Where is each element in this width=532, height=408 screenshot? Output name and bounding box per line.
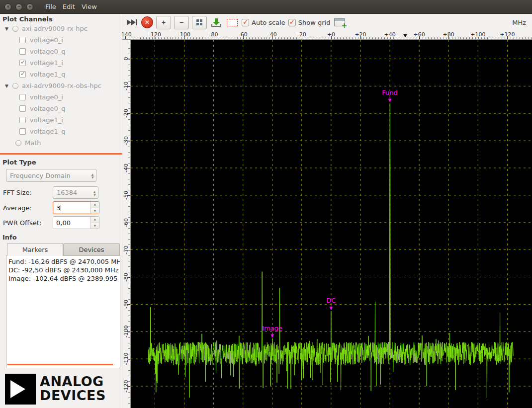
minimize-window-button[interactable] <box>15 3 22 10</box>
tree-row-voltage0_i[interactable]: voltage0_i <box>0 91 122 103</box>
x-tick-mark <box>155 36 155 39</box>
show-grid-label: Show grid <box>298 19 331 26</box>
fft-size-label: FFT Size: <box>3 189 32 196</box>
tree-row-voltage1_i[interactable]: voltage1_i <box>0 114 122 126</box>
x-tick-mark <box>184 36 185 39</box>
sidebar: Plot Channels axi-adrv9009-rx-hpcvoltage… <box>0 14 122 408</box>
y-tick-mark <box>127 359 130 359</box>
tree-label: voltage1_i <box>30 59 63 67</box>
pwr-offset-spinbox[interactable]: 0,00 <box>53 216 99 229</box>
device-radio[interactable] <box>12 26 18 32</box>
marker-label: DC <box>326 297 336 304</box>
info-heading: Info <box>2 234 17 241</box>
y-tick-mark <box>127 331 130 332</box>
window-titlebar: File Edit View <box>0 0 532 14</box>
math-radio[interactable] <box>15 140 21 146</box>
x-tick-mark <box>390 36 390 39</box>
tree-row-voltage1_q[interactable]: voltage1_q <box>0 126 122 137</box>
x-tick-mark <box>360 36 361 39</box>
x-tick-mark <box>448 36 449 39</box>
zoom-out-button[interactable]: − <box>174 16 189 29</box>
horizontal-scrollbar[interactable] <box>7 364 113 365</box>
y-tick-mark <box>127 250 130 250</box>
tree-row-voltage0_i[interactable]: voltage0_i <box>0 34 122 46</box>
tree-row-voltage0_q[interactable]: voltage0_q <box>0 46 122 57</box>
tree-label: voltage0_i <box>30 36 63 44</box>
tree-row-axi-adrv9009-rx-obs-hpc[interactable]: axi-adrv9009-rx-obs-hpc <box>0 80 122 91</box>
spectrum-plot[interactable]: ImageDCFund <box>131 40 532 408</box>
spin-down-icon[interactable] <box>91 223 99 229</box>
menu-edit[interactable]: Edit <box>63 3 75 10</box>
pwr-offset-value: 0,00 <box>56 219 71 227</box>
channel-checkbox[interactable] <box>19 60 26 66</box>
plot-type-value: Frequency Domain <box>10 172 71 179</box>
spin-up-icon[interactable] <box>91 217 99 223</box>
tree-label: voltage0_q <box>30 48 66 55</box>
pwr-offset-label: PWR Offset: <box>3 219 41 227</box>
channel-checkbox[interactable] <box>19 105 26 112</box>
checkbox-checked-icon[interactable] <box>288 19 296 26</box>
spin-up-icon[interactable] <box>91 202 99 208</box>
channel-checkbox[interactable] <box>19 48 26 55</box>
new-plot-icon[interactable] <box>333 16 346 29</box>
auto-scale-checkbox[interactable]: Auto scale <box>242 19 285 26</box>
tree-row-axi-adrv9009-rx-hpc[interactable]: axi-adrv9009-rx-hpc <box>0 23 122 34</box>
tree-label: axi-adrv9009-rx-hpc <box>22 25 88 32</box>
y-tick-mark <box>127 141 130 141</box>
x-tick-mark <box>302 36 302 39</box>
channel-checkbox[interactable] <box>19 37 26 43</box>
x-tick-mark <box>507 36 508 39</box>
tree-label: voltage1_q <box>30 71 66 78</box>
channel-tree: axi-adrv9009-rx-hpcvoltage0_ivoltage0_qv… <box>0 23 122 149</box>
tab-markers[interactable]: Markers <box>7 243 63 256</box>
marker-label: Fund <box>382 89 398 96</box>
fft-size-combobox[interactable]: 16384 <box>53 186 98 199</box>
menu-file[interactable]: File <box>45 3 56 10</box>
maximize-window-button[interactable] <box>26 3 33 10</box>
tree-label: axi-adrv9009-rx-obs-hpc <box>22 82 101 89</box>
y-tick-mark <box>127 195 130 196</box>
menu-view[interactable]: View <box>82 3 97 10</box>
x-ruler[interactable]: -140-120-100-80-60-40-20+0+20+40+60+80+1… <box>122 31 532 40</box>
tree-row-voltage1_i[interactable]: voltage1_i <box>0 57 122 69</box>
screenshot-region-icon[interactable] <box>226 16 239 29</box>
expander-icon[interactable] <box>5 26 12 31</box>
spin-steppers <box>90 202 99 214</box>
stop-capture-icon[interactable] <box>141 16 153 28</box>
y-tick-mark <box>127 113 130 114</box>
iio-oscilloscope-window: File Edit View Plot Channels axi-adrv900… <box>0 0 532 408</box>
dashed-region-icon <box>227 19 238 26</box>
expander-icon[interactable] <box>5 83 12 88</box>
ruler-position-marker <box>403 34 407 37</box>
tree-row-voltage0_q[interactable]: voltage0_q <box>0 103 122 114</box>
close-window-button[interactable] <box>4 3 11 10</box>
y-tick-mark <box>127 304 130 305</box>
tree-label: voltage1_i <box>30 116 63 124</box>
y-tick-mark <box>127 168 130 168</box>
channel-checkbox[interactable] <box>19 117 26 123</box>
device-radio[interactable] <box>12 83 18 89</box>
marker-line-dc: DC: -92,50 dBFS @ 2430,000 MHz <box>8 266 118 274</box>
tree-label: voltage1_q <box>30 128 66 135</box>
capture-play-icon[interactable] <box>125 16 138 29</box>
tree-row-voltage1_q[interactable]: voltage1_q <box>0 69 122 80</box>
fit-view-icon <box>196 19 202 25</box>
save-image-icon[interactable] <box>210 16 223 29</box>
logo-line2: DEVICES <box>40 389 106 403</box>
spin-down-icon[interactable] <box>91 208 99 214</box>
zoom-in-button[interactable]: + <box>156 16 171 29</box>
average-spinbox[interactable]: 3 <box>53 201 99 214</box>
marker-info-panel[interactable]: Fund: -16,26 dBFS @ 2470,005 MHz DC: -92… <box>6 255 120 368</box>
zoom-fit-button[interactable] <box>192 16 207 29</box>
show-grid-checkbox[interactable]: Show grid <box>288 19 331 26</box>
plot-type-combobox[interactable]: Frequency Domain <box>6 169 96 182</box>
channel-checkbox[interactable] <box>19 71 26 78</box>
plot-channels-heading: Plot Channels <box>2 15 53 23</box>
pane-divider[interactable] <box>0 153 122 155</box>
y-ruler[interactable]: 0-10-20-30-40-50-60-70-80-90-100-110-120 <box>122 40 131 408</box>
channel-checkbox[interactable] <box>19 128 26 135</box>
tab-devices[interactable]: Devices <box>63 243 120 256</box>
tree-row-Math[interactable]: Math <box>0 137 122 149</box>
checkbox-checked-icon[interactable] <box>242 19 249 26</box>
channel-checkbox[interactable] <box>19 94 26 100</box>
